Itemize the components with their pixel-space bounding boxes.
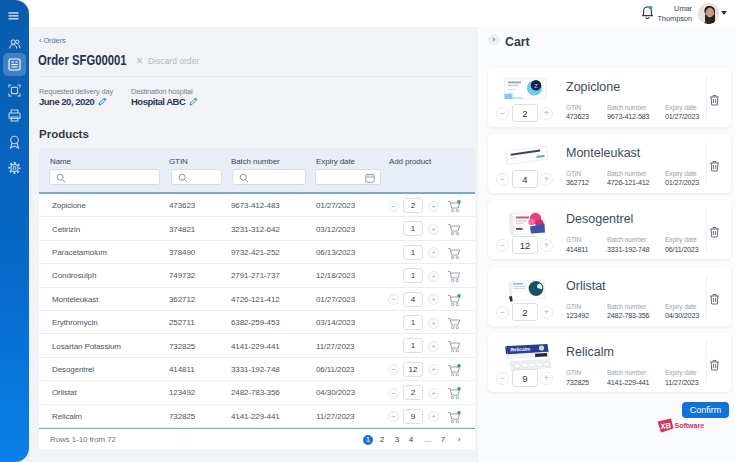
svg-text:XB: XB — [660, 421, 672, 431]
svg-text:Relicalm: Relicalm — [510, 347, 530, 353]
svg-text:Z: Z — [534, 82, 538, 88]
svg-text:Software: Software — [675, 422, 705, 429]
